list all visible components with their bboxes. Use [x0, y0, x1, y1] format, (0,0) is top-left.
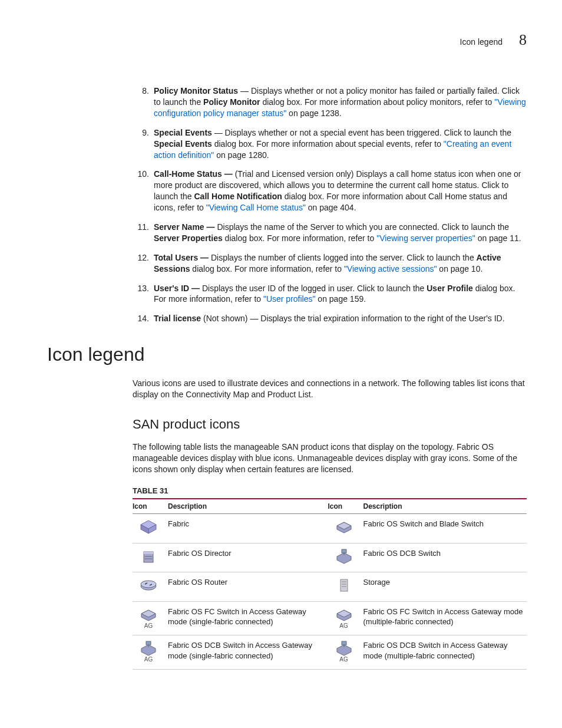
item-dialog-name: Special Events — [154, 139, 212, 149]
product-icon — [139, 519, 158, 535]
icon-cell — [133, 543, 168, 572]
description-cell: Fabric OS Switch and Blade Switch — [363, 514, 527, 543]
item-lead: Call-Home Status — — [154, 169, 233, 179]
ag-label: AG — [335, 622, 353, 630]
ag-label: AG — [139, 655, 158, 664]
ag-label: AG — [335, 655, 353, 664]
item-lead: Total Users — — [154, 253, 209, 262]
subsection-intro: The following table lists the manageable… — [133, 442, 527, 475]
item-body: User's ID — Displays the user ID of the … — [154, 283, 527, 305]
item-lead: Special Events — [154, 128, 212, 137]
product-icon — [335, 519, 353, 535]
cross-ref-link[interactable]: "Viewing Call Home status" — [206, 203, 306, 212]
item-number: 9. — [133, 127, 154, 161]
description-cell: Fabric OS DCB Switch in Access Gateway m… — [363, 635, 527, 670]
th-icon: Icon — [133, 499, 168, 514]
item-dialog-name: Policy Monitor — [203, 97, 260, 107]
chapter-number: 8 — [519, 29, 527, 50]
item-body: Call-Home Status — (Trial and Licensed v… — [154, 169, 527, 213]
list-item: 10.Call-Home Status — (Trial and License… — [133, 169, 527, 213]
item-body: Total Users — Displays the number of cli… — [154, 252, 527, 275]
item-lead: Server Name — — [154, 222, 215, 232]
item-body: Special Events — Displays whether or not… — [154, 127, 527, 161]
table-caption: TABLE 31 — [133, 486, 527, 496]
cross-ref-link[interactable]: "Viewing server properties" — [376, 233, 475, 243]
item-number: 11. — [133, 222, 154, 244]
item-body: Policy Monitor Status — Displays whether… — [154, 85, 527, 119]
table-row: FabricFabric OS Switch and Blade Switch — [133, 514, 527, 543]
icon-cell — [328, 543, 363, 572]
icon-cell — [133, 572, 168, 602]
icon-cell — [328, 572, 363, 602]
item-dialog-name: Call Home Notification — [194, 192, 282, 201]
item-number: 12. — [133, 252, 154, 275]
description-cell: Fabric OS DCB Switch in Access Gateway m… — [168, 635, 328, 670]
th-icon: Icon — [328, 499, 363, 514]
item-number: 14. — [133, 313, 154, 324]
product-icon — [335, 548, 353, 565]
product-icon — [139, 577, 158, 594]
product-icon: AG — [335, 640, 353, 664]
product-icon — [139, 548, 158, 565]
description-cell: Fabric OS FC Switch in Access Gateway mo… — [168, 601, 328, 635]
item-number: 8. — [133, 85, 154, 119]
ag-label: AG — [139, 622, 158, 630]
section-intro: Various icons are used to illustrate dev… — [133, 378, 527, 400]
subsection-heading: SAN product icons — [133, 416, 527, 433]
icon-cell — [328, 514, 363, 543]
item-body: Trial license (Not shown) — Displays the… — [154, 313, 527, 324]
item-number: 10. — [133, 169, 154, 213]
header-title: Icon legend — [460, 37, 503, 48]
description-cell: Storage — [363, 572, 527, 602]
item-body: Server Name — Displays the name of the S… — [154, 222, 527, 244]
product-icon: AG — [335, 607, 353, 630]
list-item: 8.Policy Monitor Status — Displays wheth… — [133, 85, 527, 119]
item-lead: Trial license — [154, 314, 201, 323]
icon-cell: AG — [328, 601, 363, 635]
product-icon: AG — [139, 640, 158, 664]
description-cell: Fabric OS FC Switch in Access Gateway mo… — [363, 601, 527, 635]
product-icon — [335, 577, 353, 594]
icon-cell: AG — [133, 635, 168, 670]
table-row: AGFabric OS FC Switch in Access Gateway … — [133, 601, 527, 635]
description-cell: Fabric OS Director — [168, 543, 328, 572]
icon-cell: AG — [328, 635, 363, 670]
list-item: 12.Total Users — Displays the number of … — [133, 252, 527, 275]
product-icon: AG — [139, 607, 158, 630]
icon-legend-table: Icon Description Icon Description Fabric… — [133, 498, 527, 670]
list-item: 9.Special Events — Displays whether or n… — [133, 127, 527, 161]
icon-cell — [133, 514, 168, 543]
table-row: Fabric OS DirectorFabric OS DCB Switch — [133, 543, 527, 572]
list-item: 13.User's ID — Displays the user ID of t… — [133, 283, 527, 305]
table-row: Fabric OS RouterStorage — [133, 572, 527, 602]
cross-ref-link[interactable]: "User profiles" — [263, 294, 316, 304]
cross-ref-link[interactable]: "Viewing active sessions" — [344, 264, 437, 274]
item-number: 13. — [133, 283, 154, 305]
list-item: 14.Trial license (Not shown) — Displays … — [133, 313, 527, 324]
page-header: Icon legend 8 — [47, 29, 527, 50]
th-desc: Description — [363, 499, 527, 514]
icon-cell: AG — [133, 601, 168, 635]
description-cell: Fabric OS Router — [168, 572, 328, 602]
list-item: 11.Server Name — Displays the name of th… — [133, 222, 527, 244]
table-row: AGFabric OS DCB Switch in Access Gateway… — [133, 635, 527, 670]
item-lead: Policy Monitor Status — [154, 86, 238, 95]
th-desc: Description — [168, 499, 328, 514]
item-dialog-name: User Profile — [427, 284, 473, 293]
description-cell: Fabric — [168, 514, 328, 543]
status-list: 8.Policy Monitor Status — Displays wheth… — [133, 85, 527, 324]
item-dialog-name: Server Properties — [154, 233, 223, 243]
description-cell: Fabric OS DCB Switch — [363, 543, 527, 572]
section-heading: Icon legend — [47, 342, 527, 367]
item-lead: User's ID — — [154, 284, 200, 293]
